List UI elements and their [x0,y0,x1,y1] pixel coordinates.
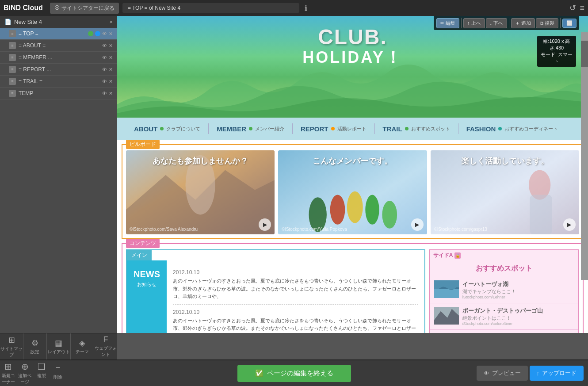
add-plus-icon: ＋ [515,20,520,27]
duplicate-button[interactable]: ❏ 複製 [33,359,50,386]
nav-item-about[interactable]: ABOUT クラブについて [126,118,208,140]
delete-button[interactable]: － 削除 [50,359,67,386]
eye-icon-member[interactable]: 👁 [102,55,107,61]
sitemap-button[interactable]: ⊞ サイトマップ [0,333,23,359]
close-icon-top[interactable]: ✕ [109,31,113,37]
svg-point-7 [382,201,397,229]
duplicate-icon: ❏ [38,361,46,372]
close-icon-about[interactable]: ✕ [109,43,113,49]
billboard-card-2[interactable]: こんなメンバーです。 ©iStockphoto.com/Yulia Popkov… [278,150,427,234]
eye-icon-trail[interactable]: 👁 [102,79,107,84]
sidebar-item-label-trail: = TRAIL = [19,78,99,84]
copy-icon: ⧉ [540,20,543,26]
preview-button[interactable]: 👁 プレビュー [477,366,528,381]
close-icon-member[interactable]: ✕ [109,55,113,61]
top-bar: BiND Cloud ⦿ サイトシアターに戻る = TOP = of New S… [0,0,588,16]
sidebar-item-about[interactable]: ≡ = ABOUT = 👁 ✕ [0,40,117,52]
back-button[interactable]: ⦿ サイトシアターに戻る [50,3,119,14]
delete-icon: － [53,361,62,373]
billboard-card-3[interactable]: 楽しく活動しています。 ©iStockphoto.com/gaspr13 ▶ [431,150,579,234]
sidebar-item-member[interactable]: ≡ = MEMBER ... 👁 ✕ [0,52,117,64]
green-dot-top [88,31,93,36]
sidebar-item-label-top: = TOP = [19,31,85,37]
nav-jp-report: 活動レポート [337,126,367,132]
menu-button[interactable]: ≡ [580,4,584,13]
billboard-cards: あなたも参加しませんか？ ©iStockphoto.com/Sava Alexa… [126,150,579,234]
settings-button[interactable]: ⚙ 設定 [23,333,47,359]
side-a-label: サイドA [433,252,453,259]
nav-item-fashion[interactable]: FASHION おすすめコーディネート [458,118,566,140]
toolbar-tooltip: 幅:1020 x 高 さ:430 モード: スマー ト [537,36,576,67]
recommend-desc-1: 湖でキャンプならここ！ [462,288,574,295]
recommend-desc-2: 絶景ポイントはここ！ [462,315,574,321]
sidebar-site-close[interactable]: × [109,19,113,25]
move-up-button[interactable]: ↑ 上へ [463,18,485,28]
sidebar-item-trail[interactable]: ≡ = TRAIL = 👁 ✕ [0,76,117,88]
recommend-thumb-1 [434,280,459,298]
add-button[interactable]: ＋ 追加 [511,18,535,28]
content-section: コンテンツ メイン NEWS お知らせ 2012.10.10 あのイ [122,243,584,333]
eye-icon-report[interactable]: 👁 [102,67,107,73]
card3-credit: ©iStockphoto.com/gaspr13 [434,227,487,232]
sidebar-item-label-report: = REPORT ... [19,66,99,73]
info-icon[interactable]: ℹ [305,4,307,12]
close-icon-trail[interactable]: ✕ [109,79,113,84]
sidebar-item-drag-temp: ≡ [9,90,16,97]
edit-button[interactable]: ✏ 編集 [436,18,459,28]
add-page-icon: ⊕ [21,361,29,372]
news-subtitle: お知らせ [137,281,157,288]
layout-icon: ▦ [55,338,62,348]
scrollbar-track[interactable] [581,32,588,280]
up-arrow-icon: ↑ [467,20,470,26]
nav-jp-member: メンバー紹介 [255,126,284,132]
web-preview: CLUB. HOLIDAY！ ABOUT クラブについて MEMB [117,16,588,333]
news-date-2: 2012.10.10 [173,309,418,315]
scrollbar-thumb[interactable] [581,41,588,67]
sidebar-item-temp[interactable]: ≡ TEMP 👁 ✕ [0,88,117,99]
sidebar-item-drag-report: ≡ [9,66,16,73]
upload-button[interactable]: ↑ アップロード [530,366,584,381]
sidebar-item-drag-trail: ≡ [9,78,16,85]
news-text-2: あのイーハトーヴォのすきとおった風、夏でも底に冷たさをもつ青いそら、うつくしい森… [173,317,418,333]
sidebar-item-top[interactable]: ≡ = TOP = 👁 ✕ [0,28,117,40]
copy-button[interactable]: ⧉ 複製 [536,18,558,28]
nav-item-member[interactable]: MEMBER メンバー紹介 [209,118,292,140]
lock-icon: 🔒 [454,252,461,259]
theme-icon: ◈ [79,338,85,348]
eye-icon-about[interactable]: 👁 [102,43,107,49]
close-icon-temp[interactable]: ✕ [109,91,113,96]
width-button[interactable]: ⬜ 幅:1020 x 高 さ:430 モード: スマー ト [562,19,577,28]
nav-en-member: MEMBER [217,125,246,133]
billboard-card-1[interactable]: あなたも参加しませんか？ ©iStockphoto.com/Sava Alexa… [126,150,275,234]
sidebar-item-report[interactable]: ≡ = REPORT ... 👁 ✕ [0,64,117,76]
move-down-button[interactable]: ↓ 下へ [486,18,508,28]
recommend-text-1: イーハトーヴォ湖 湖でキャンプならここ！ iStockphoto.com/Leh… [462,280,574,299]
sidebar-item-drag-top: ≡ [9,30,16,37]
nav-en-report: REPORT [301,125,328,133]
blue-dot-top [95,31,100,36]
webfont-button[interactable]: F ウェブフォント [94,333,117,359]
refresh-button[interactable]: ↺ [569,3,576,13]
add-page-button[interactable]: ⊕ 追加ページ [17,359,34,386]
eye-icon-temp[interactable]: 👁 [102,91,107,96]
recommend-name-2: ボーガント・デストゥパーゴ山 [462,307,574,315]
edit-pencil-icon: ✏ [440,20,444,26]
card3-play-button[interactable]: ▶ [563,218,576,231]
edit-toolbar: ✏ 編集 ↑ 上へ ↓ 下へ ＋ 追加 ⧉ 複製 ⬜ [434,16,579,30]
new-corner-button[interactable]: ⊞ 新規コーナー [0,359,17,386]
eye-icon-top[interactable]: 👁 [102,31,107,37]
finish-editing-button[interactable]: ✅ ページの編集を終える [237,365,351,382]
toolbar-separator-2 [509,18,509,28]
down-arrow-icon: ↓ [490,20,493,26]
theme-button[interactable]: ◈ テーマ [71,333,94,359]
nav-item-trail[interactable]: TRAIL おすすめスポット [375,118,458,140]
sidebar-item-label-about: = ABOUT = [19,42,99,49]
layout-button[interactable]: ▦ レイアウト [47,333,70,359]
nav-dot-report [331,127,335,130]
close-icon-report[interactable]: ✕ [109,67,113,73]
nav-item-report[interactable]: REPORT 活動レポート [293,118,374,140]
recommend-credit-2: iStockphoto.com/coloroftime [462,321,574,326]
svg-rect-10 [530,195,552,234]
nav-en-trail: TRAIL [383,125,402,133]
card2-play-button[interactable]: ▶ [411,218,424,231]
